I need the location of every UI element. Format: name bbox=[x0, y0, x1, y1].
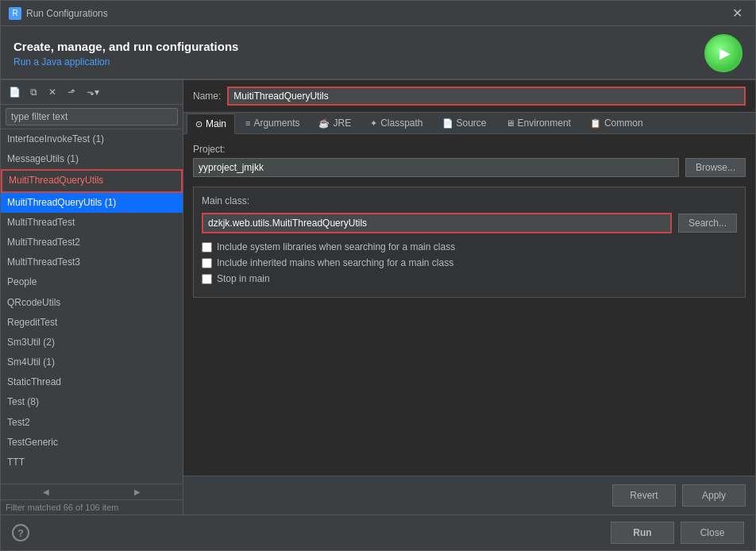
project-input[interactable] bbox=[193, 158, 679, 177]
apply-button[interactable]: Apply bbox=[682, 484, 746, 507]
project-label: Project: bbox=[193, 144, 746, 155]
new-config-button[interactable]: 📄 bbox=[6, 83, 23, 101]
tab-source[interactable]: 📄Source bbox=[434, 113, 496, 133]
config-list[interactable]: InterfaceInvokeTest (1)MessageUtils (1)M… bbox=[1, 129, 183, 484]
checkbox-row: Include system libraries when searching … bbox=[202, 241, 737, 252]
search-button[interactable]: Search... bbox=[678, 214, 737, 233]
right-panel: Name: ⊙Main≡Arguments☕JRE✦Classpath📄Sour… bbox=[183, 80, 755, 514]
filter-input[interactable] bbox=[6, 108, 178, 125]
header-left: Create, manage, and run configurations R… bbox=[14, 40, 238, 67]
scroll-buttons: ◀ ▶ bbox=[1, 484, 183, 499]
delete-config-button[interactable]: ✕ bbox=[44, 83, 61, 101]
run-icon bbox=[704, 34, 742, 72]
checkbox[interactable] bbox=[202, 242, 212, 252]
copy-config-button[interactable]: ⧉ bbox=[25, 83, 42, 101]
scroll-left-button[interactable]: ◀ bbox=[1, 484, 92, 499]
list-item[interactable]: MultiThreadTest bbox=[1, 213, 183, 233]
list-item[interactable]: TTT bbox=[1, 453, 183, 472]
header-title: Create, manage, and run configurations bbox=[14, 40, 238, 53]
browse-button[interactable]: Browse... bbox=[685, 158, 746, 177]
tab-label: Classpath bbox=[380, 118, 422, 129]
list-item[interactable]: InterfaceInvokeTest (1) bbox=[1, 129, 183, 149]
checkbox-row: Stop in main bbox=[202, 273, 737, 284]
dialog-icon: R bbox=[9, 7, 21, 20]
tab-icon: 📋 bbox=[590, 118, 601, 129]
list-item[interactable]: MuitiThreadQueryUtils (1) bbox=[1, 193, 183, 213]
checkbox-area: Include system libraries when searching … bbox=[202, 241, 737, 284]
main-class-label: Main class: bbox=[202, 195, 737, 206]
help-icon[interactable]: ? bbox=[12, 524, 29, 541]
revert-button[interactable]: Revert bbox=[612, 484, 676, 507]
run-configurations-dialog: R Run Configurations ✕ Create, manage, a… bbox=[0, 0, 756, 551]
list-item[interactable]: Test (8) bbox=[1, 392, 183, 412]
list-item[interactable]: RegeditTest bbox=[1, 313, 183, 333]
run-java-link[interactable]: Run a Java application bbox=[14, 56, 238, 67]
checkbox-row: Include inherited mains when searching f… bbox=[202, 257, 737, 268]
main-class-row: Search... bbox=[202, 213, 737, 233]
checkbox-label: Include inherited mains when searching f… bbox=[217, 257, 453, 268]
list-item[interactable]: TestGeneric bbox=[1, 433, 183, 453]
footer-bar: ? Run Close bbox=[1, 514, 755, 550]
list-item[interactable]: Sm4Util (1) bbox=[1, 353, 183, 372]
scroll-right-button[interactable]: ▶ bbox=[92, 484, 183, 499]
tab-common[interactable]: 📋Common bbox=[581, 113, 652, 133]
tab-icon: ≡ bbox=[245, 118, 250, 128]
tab-main[interactable]: ⊙Main bbox=[187, 114, 235, 134]
tab-bar: ⊙Main≡Arguments☕JRE✦Classpath📄Source🖥Env… bbox=[183, 113, 755, 134]
tab-icon: 📄 bbox=[442, 118, 453, 129]
export-config-button[interactable]: ⬏ bbox=[63, 83, 80, 101]
tab-label: Source bbox=[457, 118, 487, 129]
run-button[interactable]: Run bbox=[611, 522, 674, 544]
import-config-button[interactable]: ⬎▾ bbox=[82, 83, 104, 101]
dialog-title: Run Configurations bbox=[26, 8, 727, 19]
list-item[interactable]: MessageUtils (1) bbox=[1, 149, 183, 169]
main-content: 📄 ⧉ ✕ ⬏ ⬎▾ InterfaceInvokeTest (1)Messag… bbox=[1, 79, 755, 514]
tab-arguments[interactable]: ≡Arguments bbox=[237, 113, 308, 133]
left-toolbar: 📄 ⧉ ✕ ⬏ ⬎▾ bbox=[1, 80, 183, 105]
tab-icon: 🖥 bbox=[506, 118, 515, 128]
project-group: Project: Browse... bbox=[193, 144, 746, 177]
filter-status: Filter matched 66 of 106 item bbox=[1, 499, 183, 514]
list-item[interactable]: People bbox=[1, 272, 183, 292]
tab-label: Environment bbox=[518, 118, 571, 129]
project-row: Browse... bbox=[193, 158, 746, 177]
close-icon[interactable]: ✕ bbox=[727, 4, 747, 22]
tab-label: Common bbox=[604, 118, 643, 129]
name-label: Name: bbox=[193, 91, 221, 102]
main-class-input[interactable] bbox=[202, 213, 672, 233]
filter-box bbox=[1, 105, 183, 129]
footer-close-button[interactable]: Close bbox=[681, 522, 744, 544]
list-item[interactable]: QRcodeUtils bbox=[1, 293, 183, 313]
header-section: Create, manage, and run configurations R… bbox=[1, 26, 755, 79]
tab-icon: ☕ bbox=[318, 118, 330, 129]
bottom-buttons: Revert Apply bbox=[183, 476, 755, 514]
left-panel: 📄 ⧉ ✕ ⬏ ⬎▾ InterfaceInvokeTest (1)Messag… bbox=[1, 80, 183, 514]
tab-jre[interactable]: ☕JRE bbox=[310, 113, 360, 133]
tab-environment[interactable]: 🖥Environment bbox=[497, 113, 580, 133]
tab-icon: ✦ bbox=[370, 118, 377, 129]
checkbox-label: Stop in main bbox=[217, 273, 270, 284]
config-area: Project: Browse... Main class: Search...… bbox=[183, 134, 755, 476]
tab-label: Main bbox=[206, 118, 226, 129]
footer-right: Run Close bbox=[611, 522, 744, 544]
tab-label: JRE bbox=[333, 118, 351, 129]
checkbox[interactable] bbox=[202, 258, 212, 268]
name-row: Name: bbox=[183, 80, 755, 113]
title-bar: R Run Configurations ✕ bbox=[1, 1, 755, 26]
list-item[interactable]: Test2 bbox=[1, 413, 183, 433]
list-item[interactable]: MultiThreadTest3 bbox=[1, 252, 183, 272]
checkbox[interactable] bbox=[202, 274, 212, 284]
list-item[interactable]: Sm3Util (2) bbox=[1, 333, 183, 353]
list-item[interactable]: StaticThread bbox=[1, 372, 183, 392]
name-input[interactable] bbox=[227, 87, 746, 106]
list-item[interactable]: MuitiThreadQueryUtils bbox=[1, 169, 183, 192]
tab-icon: ⊙ bbox=[195, 119, 202, 129]
tab-label: Arguments bbox=[253, 118, 299, 129]
list-item[interactable]: MultiThreadTest2 bbox=[1, 233, 183, 252]
main-class-section: Main class: Search... Include system lib… bbox=[193, 187, 746, 298]
tab-classpath[interactable]: ✦Classpath bbox=[361, 113, 431, 133]
checkbox-label: Include system libraries when searching … bbox=[217, 241, 455, 252]
